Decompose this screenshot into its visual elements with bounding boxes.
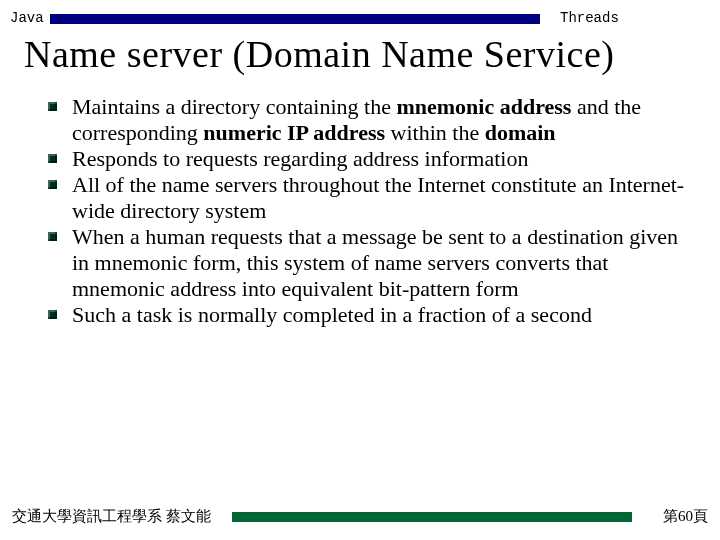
list-item: All of the name servers throughout the I… <box>48 172 690 224</box>
header-left-label: Java <box>10 10 44 26</box>
footer-page-number: 第60頁 <box>663 507 708 526</box>
slide-content: Maintains a directory containing the mne… <box>48 94 690 328</box>
footer-divider <box>232 512 632 522</box>
header-bar-region: Java Threads <box>0 8 720 30</box>
slide-title: Name server (Domain Name Service) <box>24 32 710 76</box>
header-right-label: Threads <box>560 10 619 26</box>
footer-region: 交通大學資訊工程學系 蔡文能 第60頁 <box>0 506 720 526</box>
footer-author: 交通大學資訊工程學系 蔡文能 <box>12 507 211 526</box>
bullet-list: Maintains a directory containing the mne… <box>48 94 690 328</box>
list-item: Such a task is normally completed in a f… <box>48 302 690 328</box>
list-item: Maintains a directory containing the mne… <box>48 94 690 146</box>
list-item: Responds to requests regarding address i… <box>48 146 690 172</box>
list-item: When a human requests that a message be … <box>48 224 690 302</box>
header-divider <box>50 14 540 24</box>
